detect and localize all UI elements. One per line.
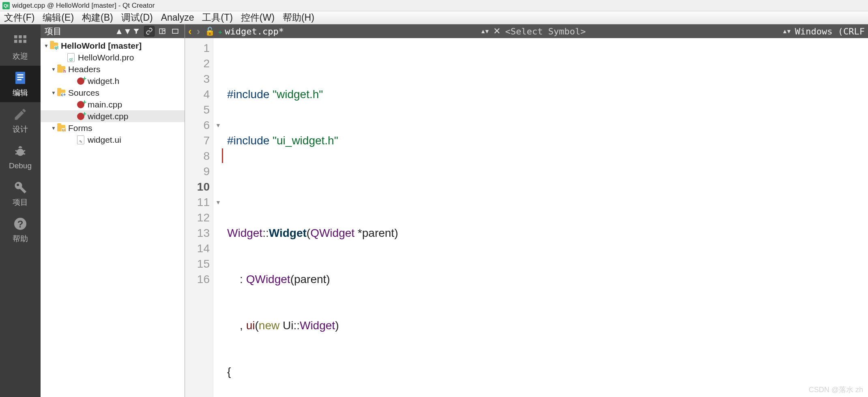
nav-forward-icon[interactable]: › <box>197 25 200 38</box>
filter-icon[interactable] <box>131 26 142 36</box>
mode-edit-label: 编辑 <box>13 88 28 98</box>
mode-projects[interactable]: 项目 <box>0 175 41 212</box>
pencil-icon <box>12 106 28 122</box>
tree-source-widget-label: widget.cpp <box>88 112 128 121</box>
file-switch-icon[interactable]: ▲▼ <box>480 28 488 34</box>
document-icon <box>12 70 28 86</box>
tree-header-file[interactable]: widget.h <box>41 75 185 87</box>
code-editor[interactable]: 1 2 3 4 5 6 7 8 9 10 11 12 13 14 15 16 ▼ <box>185 38 868 397</box>
svg-point-10 <box>17 149 24 156</box>
editor-area: ‹ › 🔓 widget.cpp* ▲▼ ✕ <Select Symbol> ▲… <box>185 24 868 397</box>
cursor-line-marker <box>222 148 223 163</box>
line-number[interactable]: 8 <box>185 148 210 164</box>
mode-help[interactable]: ? 帮助 <box>0 212 41 248</box>
mode-welcome[interactable]: 欢迎 <box>0 29 41 66</box>
svg-rect-4 <box>19 40 22 43</box>
menu-widgets[interactable]: 控件(W) <box>241 11 275 24</box>
chevron-down-icon[interactable]: ▼ <box>43 43 49 49</box>
folder-icon: qt <box>49 41 58 50</box>
svg-line-13 <box>15 154 18 155</box>
tree-form-widget[interactable]: ✎ widget.ui <box>41 134 185 146</box>
wrench-icon <box>12 179 28 195</box>
folder-icon: c+ <box>57 88 66 97</box>
tree-headers[interactable]: ▼ h Headers <box>41 63 185 75</box>
tree-root[interactable]: ▼ qt HelloWorld [master] <box>41 40 185 52</box>
chevron-down-icon[interactable]: ▼ <box>50 67 57 72</box>
cpp-file-icon <box>76 112 85 121</box>
fold-marker-icon[interactable]: ▼ <box>213 118 223 133</box>
app-icon: Qt <box>2 2 10 9</box>
tree-profile-label: HelloWorld.pro <box>78 53 134 62</box>
line-number[interactable]: 3 <box>185 71 210 87</box>
line-number[interactable]: 12 <box>185 210 210 225</box>
close-file-icon[interactable]: ✕ <box>493 26 501 36</box>
mode-sidebar: 欢迎 编辑 设计 Debug 项目 ? <box>0 24 41 397</box>
svg-rect-5 <box>24 40 27 43</box>
tree-profile[interactable]: qt HelloWorld.pro <box>41 52 185 63</box>
link-icon[interactable] <box>144 26 155 36</box>
mode-projects-label: 项目 <box>13 197 28 208</box>
svg-rect-7 <box>17 74 24 75</box>
mode-debug-label: Debug <box>9 161 32 170</box>
menubar: 文件(F) 编辑(E) 构建(B) 调试(D) Analyze 工具(T) 控件… <box>0 11 868 24</box>
chevron-down-icon[interactable]: ▼ <box>50 125 57 131</box>
tree-header-file-label: widget.h <box>88 76 119 86</box>
folder-icon: h <box>57 65 66 74</box>
editor-toolbar: ‹ › 🔓 widget.cpp* ▲▼ ✕ <Select Symbol> ▲… <box>185 24 868 38</box>
line-number-gutter[interactable]: 1 2 3 4 5 6 7 8 9 10 11 12 13 14 15 16 <box>185 38 213 397</box>
chevron-down-icon[interactable]: ▼ <box>50 90 57 96</box>
line-number[interactable]: 13 <box>185 225 210 241</box>
project-tree[interactable]: ▼ qt HelloWorld [master] qt HelloWorld.p… <box>41 38 185 397</box>
lock-icon[interactable]: 🔓 <box>205 26 215 36</box>
folder-icon: ui <box>57 124 66 133</box>
line-number[interactable]: 7 <box>185 133 210 148</box>
project-panel-title[interactable]: 项目 <box>45 26 118 37</box>
line-number[interactable]: 15 <box>185 256 210 272</box>
menu-help[interactable]: 帮助(H) <box>283 11 314 24</box>
line-number[interactable]: 10 <box>185 179 210 195</box>
svg-rect-3 <box>14 40 17 43</box>
fold-marker-icon[interactable]: ▼ <box>213 195 223 210</box>
editor-filename[interactable]: widget.cpp* <box>225 26 284 36</box>
cpp-file-icon <box>76 100 85 109</box>
fold-column[interactable]: ▼ ▼ <box>213 38 223 397</box>
tree-sources-label: Sources <box>68 88 99 98</box>
line-number[interactable]: 5 <box>185 102 210 118</box>
line-number[interactable]: 9 <box>185 164 210 179</box>
menu-build[interactable]: 构建(B) <box>82 11 113 24</box>
mode-design[interactable]: 设计 <box>0 102 41 139</box>
menu-file[interactable]: 文件(F) <box>4 11 34 24</box>
tree-forms[interactable]: ▼ ui Forms <box>41 122 185 134</box>
svg-rect-2 <box>24 35 27 39</box>
code-text[interactable]: #include "widget.h" #include "ui_widget.… <box>223 38 868 397</box>
nav-back-icon[interactable]: ‹ <box>188 25 192 38</box>
line-number[interactable]: 16 <box>185 272 210 287</box>
expand-icon[interactable] <box>170 26 180 36</box>
line-number[interactable]: 6 <box>185 118 210 133</box>
symbol-selector[interactable]: <Select Symbol> <box>505 26 586 36</box>
tree-forms-label: Forms <box>68 123 92 133</box>
menu-debug[interactable]: 调试(D) <box>121 11 153 24</box>
line-number[interactable]: 14 <box>185 241 210 256</box>
project-panel-header: 项目 ▲▼ <box>41 24 185 38</box>
tree-source-widget[interactable]: widget.cpp <box>41 110 185 122</box>
mode-edit[interactable]: 编辑 <box>0 66 41 102</box>
tree-root-label: HelloWorld [master] <box>61 41 142 51</box>
menu-edit[interactable]: 编辑(E) <box>43 11 74 24</box>
menu-analyze[interactable]: Analyze <box>161 12 194 23</box>
menu-tools[interactable]: 工具(T) <box>202 11 232 24</box>
line-number[interactable]: 4 <box>185 87 210 102</box>
tree-source-main[interactable]: main.cpp <box>41 99 185 110</box>
sort-toggle-icon[interactable]: ▲▼ <box>118 26 129 36</box>
mode-debug[interactable]: Debug <box>0 139 41 175</box>
add-split-icon[interactable] <box>157 26 168 36</box>
tree-source-main-label: main.cpp <box>88 100 122 109</box>
line-number[interactable]: 11 <box>185 195 210 210</box>
svg-rect-9 <box>17 79 22 80</box>
encoding-label[interactable]: Windows (CRLF <box>795 26 865 36</box>
symbol-switch-icon[interactable]: ▲▼ <box>782 28 790 34</box>
line-number[interactable]: 2 <box>185 56 210 71</box>
tree-sources[interactable]: ▼ c+ Sources <box>41 87 185 99</box>
line-number[interactable]: 1 <box>185 41 210 56</box>
header-file-icon <box>76 77 85 86</box>
